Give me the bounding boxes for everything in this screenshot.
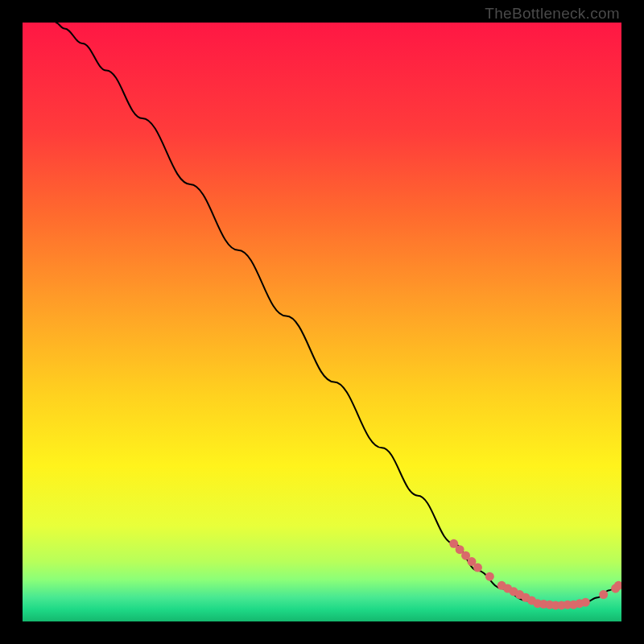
data-point	[581, 598, 590, 607]
curve-line	[56, 23, 618, 605]
chart-svg	[23, 23, 621, 621]
watermark-label: TheBottleneck.com	[485, 5, 620, 23]
data-points	[449, 539, 621, 610]
data-point	[485, 572, 494, 581]
data-point	[473, 564, 482, 572]
data-point	[599, 590, 608, 599]
chart-area	[23, 23, 621, 621]
